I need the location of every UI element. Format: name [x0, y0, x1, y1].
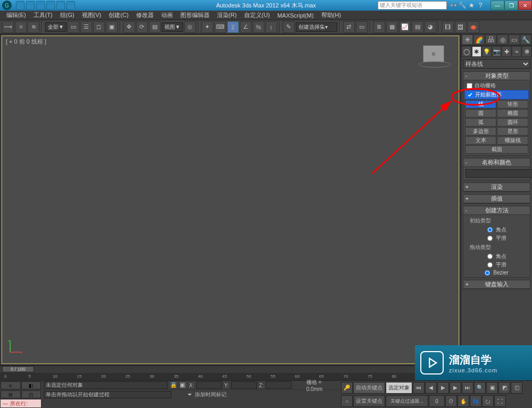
menu-maxscript[interactable]: MAXScript(M) [274, 12, 317, 19]
nav-zoom-all-icon[interactable]: ▣ [486, 382, 498, 394]
tab-motion-icon[interactable]: ◎ [497, 35, 508, 45]
subtab-helpers-icon[interactable]: ✚ [502, 46, 511, 57]
radio-drag-corner[interactable]: 角点 [468, 252, 526, 261]
time-slider[interactable]: 0 / 100 [0, 366, 460, 373]
subtab-shapes-icon[interactable]: ✱ [472, 46, 481, 57]
render-setup-icon[interactable]: 🎞 [442, 21, 454, 33]
prev-frame-icon[interactable]: ◀ [425, 382, 437, 394]
qat-save-icon[interactable] [36, 1, 45, 10]
viewcube-ring[interactable] [419, 61, 451, 68]
bind-icon[interactable]: ≋ [28, 21, 39, 33]
menu-edit[interactable]: 编辑(E) [3, 11, 29, 20]
btn-ellipse[interactable]: 椭圆 [497, 109, 528, 118]
rollout-name-color-header[interactable]: -名称和颜色 [463, 159, 530, 167]
link-icon[interactable]: ⟿ [2, 21, 14, 33]
qat-new-icon[interactable] [16, 1, 24, 10]
select-manipulate-icon[interactable]: ✦ [202, 21, 213, 33]
snap-angle-icon[interactable]: ∠ [240, 21, 252, 33]
help-icon[interactable]: ? [477, 2, 484, 9]
mirror-icon[interactable]: ⇄ [343, 21, 355, 33]
render-icon[interactable]: 🫖 [468, 21, 479, 33]
category-dropdown[interactable]: 样条线 [463, 59, 530, 69]
set-key-icon[interactable]: 🔑 [341, 382, 353, 394]
mini-script-icon[interactable]: ≡ [1, 381, 21, 389]
star-icon[interactable]: ★ [468, 2, 475, 9]
nav-maximize-icon[interactable]: ⛶ [494, 395, 506, 407]
snap-2d-icon[interactable]: 2 [227, 21, 239, 33]
btn-section[interactable]: 截面 [465, 145, 528, 154]
select-rect-icon[interactable]: ◻ [93, 21, 105, 33]
ref-coord-dropdown[interactable]: 视图 ▼ [162, 22, 183, 32]
help-search-input[interactable]: 键入关键字或短语 [378, 1, 447, 10]
rollout-create-method-header[interactable]: -创建方法 [463, 206, 530, 215]
object-name-input[interactable] [466, 169, 532, 178]
rollout-keyboard-header[interactable]: +键盘输入 [463, 280, 530, 289]
selected-set-dropdown[interactable]: 选定对象 [386, 382, 412, 394]
select-name-icon[interactable]: ☰ [80, 21, 92, 33]
mini-isolate-icon[interactable]: ◰ [21, 390, 41, 398]
next-frame-icon[interactable]: ▶ [450, 382, 461, 394]
graphite-icon[interactable]: ▦ [386, 21, 398, 33]
current-frame-input[interactable]: 0 [429, 395, 445, 407]
binoculars-icon[interactable]: 👓 [450, 2, 457, 9]
radio-initial-corner[interactable]: 角点 [468, 226, 526, 234]
add-time-tag[interactable]: 添加时间标记 [195, 391, 227, 398]
play-icon[interactable]: ▶ [437, 382, 449, 394]
tab-hierarchy-icon[interactable]: 品 [485, 35, 496, 45]
snap-percent-icon[interactable]: % [253, 21, 264, 33]
nav-region-icon[interactable]: ◫ [511, 382, 522, 394]
align-icon[interactable]: ▭ [356, 21, 368, 33]
tab-create-icon[interactable]: ✳ [462, 35, 473, 45]
subtab-spacewarps-icon[interactable]: ≈ [512, 46, 521, 57]
btn-arc[interactable]: 弧 [465, 118, 496, 127]
curve-editor-icon[interactable]: 📈 [399, 21, 411, 33]
btn-text[interactable]: 文本 [465, 136, 496, 145]
pivot-icon[interactable]: ◎ [184, 21, 196, 33]
auto-grid-checkbox[interactable]: 自动栅格 [464, 81, 529, 90]
btn-circle[interactable]: 圆 [465, 109, 496, 118]
layer-icon[interactable]: ≣ [373, 21, 385, 33]
coord-x-input[interactable] [196, 381, 222, 389]
maximize-button[interactable]: ❐ [504, 1, 518, 10]
schematic-icon[interactable]: ▤ [412, 21, 423, 33]
radio-drag-smooth[interactable]: 平滑 [468, 261, 526, 269]
menu-tools[interactable]: 工具(T) [30, 11, 56, 20]
btn-line[interactable]: 线 [465, 100, 496, 109]
time-slider-thumb[interactable]: 0 / 100 [2, 366, 34, 372]
rollout-render-header[interactable]: +渲染 [463, 183, 530, 191]
set-key-button[interactable]: 设置关键点 [353, 395, 385, 407]
menu-help[interactable]: 帮助(H) [318, 11, 344, 20]
spinner-snap-icon[interactable]: ↕ [265, 21, 277, 33]
unlink-icon[interactable]: ⤫ [15, 21, 27, 33]
key-filters-button[interactable]: 关键点过滤器... [386, 395, 428, 407]
material-editor-icon[interactable]: ◕ [425, 21, 436, 33]
mini-lock-icon[interactable]: ⊟ [1, 390, 21, 398]
qat-dropdown-icon[interactable] [66, 1, 75, 10]
nav-walk-icon[interactable]: 👣 [470, 395, 481, 407]
window-crossing-icon[interactable]: ▣ [106, 21, 118, 33]
named-selection-dropdown[interactable]: 创建选择集 ▾ [296, 22, 337, 32]
btn-rectangle[interactable]: 矩形 [497, 100, 528, 109]
rollout-interp-header[interactable]: +插值 [463, 195, 530, 203]
radio-initial-smooth[interactable]: 平滑 [468, 234, 526, 243]
selection-filter-dropdown[interactable]: 全部 ▼ [45, 22, 66, 32]
coord-y-input[interactable] [231, 381, 257, 389]
menu-animation[interactable]: 动画 [158, 11, 176, 20]
move-icon[interactable]: ✥ [123, 21, 135, 33]
viewport[interactable]: [ + 0 前 0 线框 ] 前 y x [0, 34, 461, 365]
rotate-icon[interactable]: ⟳ [136, 21, 148, 33]
menu-create[interactable]: 创建(C) [105, 11, 131, 20]
btn-ngon[interactable]: 多边形 [465, 127, 496, 136]
menu-graph-editors[interactable]: 图形编辑器 [177, 11, 213, 20]
start-new-shape-checkbox[interactable]: 开始新图形 [464, 90, 529, 99]
scale-icon[interactable]: ▤ [149, 21, 161, 33]
btn-donut[interactable]: 圆环 [497, 118, 528, 127]
tab-modify-icon[interactable]: 🌈 [473, 35, 485, 45]
menu-rendering[interactable]: 渲染(R) [214, 11, 240, 20]
subtab-geometry-icon[interactable]: ◯ [462, 46, 471, 57]
nav-orbit-icon[interactable]: ⭮ [482, 395, 494, 407]
nav-zoom-icon[interactable]: 🔍 [474, 382, 486, 394]
render-frame-icon[interactable]: 🖼 [455, 21, 467, 33]
time-tag-icon[interactable]: ⏷ [187, 392, 193, 397]
btn-star[interactable]: 星形 [497, 127, 528, 136]
